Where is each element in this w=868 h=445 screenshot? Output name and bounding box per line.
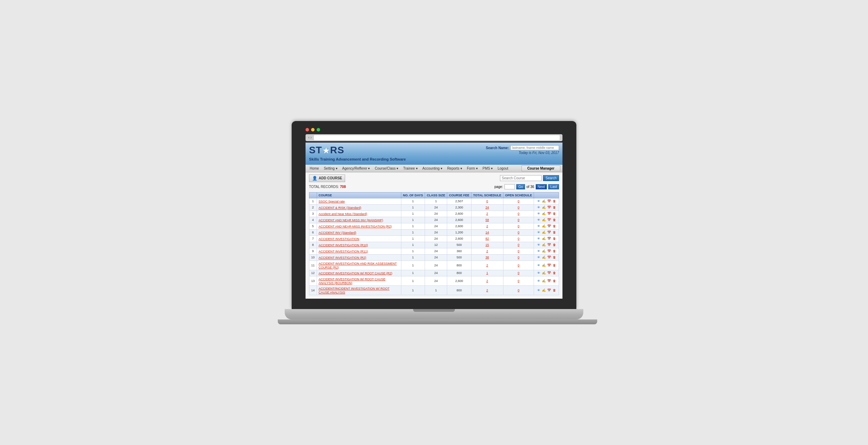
open-schedule-link[interactable]: 0 <box>518 289 519 292</box>
view-icon[interactable]: 👁 <box>536 212 541 216</box>
total-schedule-link[interactable]: 0 <box>486 199 488 203</box>
open-schedule-link[interactable]: 0 <box>518 237 519 240</box>
course-link[interactable]: ACCIDENT INVESTIGATION (R10) <box>319 243 368 247</box>
calendar-icon[interactable]: 📅 <box>547 249 551 254</box>
total-schedule-link[interactable]: 82 <box>485 237 489 240</box>
course-link[interactable]: ACCIDENT INVESTIGATION AND RISK ASSESSME… <box>319 262 397 269</box>
open-schedule-link[interactable]: 0 <box>518 224 519 228</box>
total-schedule-link[interactable]: 2 <box>486 289 488 292</box>
course-link[interactable]: ACCIDENT AND NEAR MISS INV (MANSHIP) <box>319 219 383 222</box>
edit-icon[interactable]: ✍ <box>542 230 546 235</box>
edit-icon[interactable]: ✍ <box>542 249 546 254</box>
delete-icon[interactable]: 🗑 <box>552 255 557 260</box>
total-schedule-link[interactable]: 38 <box>485 256 489 259</box>
view-icon[interactable]: 👁 <box>536 249 541 254</box>
edit-icon[interactable]: ✍ <box>542 212 546 216</box>
add-course-button[interactable]: 👤 ADD COURSE <box>309 174 345 182</box>
delete-icon[interactable]: 🗑 <box>552 279 557 283</box>
course-link[interactable]: ACCIDENT/INCIDENT INVESTIGATION W/ ROOT … <box>319 287 390 294</box>
delete-icon[interactable]: 🗑 <box>552 237 557 241</box>
edit-icon[interactable]: ✍ <box>542 255 546 260</box>
nav-course[interactable]: Course/Class ▾ <box>373 166 400 171</box>
calendar-icon[interactable]: 📅 <box>547 205 551 210</box>
calendar-icon[interactable]: 📅 <box>547 218 551 222</box>
calendar-icon[interactable]: 📅 <box>547 199 551 204</box>
total-schedule-link[interactable]: 58 <box>485 218 489 222</box>
go-button[interactable]: Go <box>516 184 525 189</box>
delete-icon[interactable]: 🗑 <box>552 263 557 267</box>
view-icon[interactable]: 👁 <box>536 199 541 204</box>
open-schedule-link[interactable]: 0 <box>518 206 519 209</box>
course-link[interactable]: ACCIDENT & RISK (Standard) <box>319 206 361 209</box>
edit-icon[interactable]: ✍ <box>542 243 546 247</box>
course-link[interactable]: ACCIDENT INVESTIGATION (R2) <box>319 256 366 259</box>
edit-icon[interactable]: ✍ <box>542 218 546 222</box>
edit-icon[interactable]: ✍ <box>542 288 546 292</box>
delete-icon[interactable]: 🗑 <box>552 224 557 229</box>
page-input[interactable]: 1 <box>504 184 515 189</box>
nav-form[interactable]: Form ▾ <box>465 166 480 171</box>
course-manager-button[interactable]: Course Manager <box>521 165 560 171</box>
next-button[interactable]: Next <box>536 184 547 189</box>
search-name-input[interactable] <box>510 145 559 150</box>
calendar-icon[interactable]: 📅 <box>547 279 551 283</box>
total-schedule-link[interactable]: 2 <box>486 264 488 267</box>
total-schedule-link[interactable]: 2 <box>486 212 488 215</box>
course-link[interactable]: ACCIDENT INV (Standard) <box>319 231 356 234</box>
total-schedule-link[interactable]: 2 <box>486 224 488 228</box>
total-schedule-link[interactable]: 24 <box>485 206 489 209</box>
view-icon[interactable]: 👁 <box>536 243 541 247</box>
open-schedule-link[interactable]: 0 <box>518 271 519 275</box>
view-icon[interactable]: 👁 <box>536 271 541 275</box>
total-schedule-link[interactable]: 15 <box>485 243 489 247</box>
forward-icon[interactable]: › <box>310 136 311 139</box>
nav-setting[interactable]: Setting ▾ <box>322 166 340 171</box>
calendar-icon[interactable]: 📅 <box>547 288 551 292</box>
minimize-icon[interactable] <box>311 128 315 131</box>
total-schedule-link[interactable]: 2 <box>486 279 488 283</box>
calendar-icon[interactable]: 📅 <box>547 224 551 229</box>
last-button[interactable]: Last <box>548 184 559 189</box>
search-course-button[interactable]: Search <box>543 175 559 181</box>
edit-icon[interactable]: ✍ <box>542 224 546 229</box>
close-icon[interactable] <box>306 128 309 131</box>
calendar-icon[interactable]: 📅 <box>547 271 551 275</box>
delete-icon[interactable]: 🗑 <box>552 199 557 204</box>
nav-home[interactable]: Home <box>308 166 321 171</box>
open-schedule-link[interactable]: 0 <box>518 256 519 259</box>
view-icon[interactable]: 👁 <box>536 230 541 235</box>
open-schedule-link[interactable]: 0 <box>518 264 519 267</box>
open-schedule-link[interactable]: 0 <box>518 249 519 253</box>
nav-reports[interactable]: Reports ▾ <box>445 166 464 171</box>
nav-logout[interactable]: Logout <box>495 166 510 171</box>
edit-icon[interactable]: ✍ <box>542 279 546 283</box>
course-link[interactable]: SSOC Special rate <box>319 200 345 203</box>
edit-icon[interactable]: ✍ <box>542 205 546 210</box>
open-schedule-link[interactable]: 0 <box>518 212 519 215</box>
delete-icon[interactable]: 🗑 <box>552 288 557 292</box>
delete-icon[interactable]: 🗑 <box>552 218 557 222</box>
edit-icon[interactable]: ✍ <box>542 199 546 204</box>
course-link[interactable]: ACCIDENT INVESTIGATION W/ ROOT CAUSE ANA… <box>319 277 386 285</box>
view-icon[interactable]: 👁 <box>536 224 541 229</box>
edit-icon[interactable]: ✍ <box>542 237 546 241</box>
view-icon[interactable]: 👁 <box>536 279 541 283</box>
edit-icon[interactable]: ✍ <box>542 271 546 275</box>
edit-icon[interactable]: ✍ <box>542 263 546 267</box>
calendar-icon[interactable]: 📅 <box>547 255 551 260</box>
calendar-icon[interactable]: 📅 <box>547 243 551 247</box>
view-icon[interactable]: 👁 <box>536 205 541 210</box>
open-schedule-link[interactable]: 0 <box>518 279 519 283</box>
course-link[interactable]: ACCIDENT INVESTIGATION W/ ROOT CAUSE (R2… <box>319 272 393 275</box>
back-icon[interactable]: ‹ <box>308 136 309 139</box>
course-link[interactable]: Accident and Near Miss (Standard) <box>319 212 367 216</box>
delete-icon[interactable]: 🗑 <box>552 249 557 254</box>
delete-icon[interactable]: 🗑 <box>552 230 557 235</box>
delete-icon[interactable]: 🗑 <box>552 243 557 247</box>
nav-pms[interactable]: PMS ▾ <box>481 166 495 171</box>
maximize-icon[interactable] <box>317 128 320 131</box>
open-schedule-link[interactable]: 0 <box>518 199 519 203</box>
total-schedule-link[interactable]: 2 <box>486 249 488 253</box>
open-schedule-link[interactable]: 0 <box>518 243 519 247</box>
total-schedule-link[interactable]: 14 <box>485 231 489 234</box>
